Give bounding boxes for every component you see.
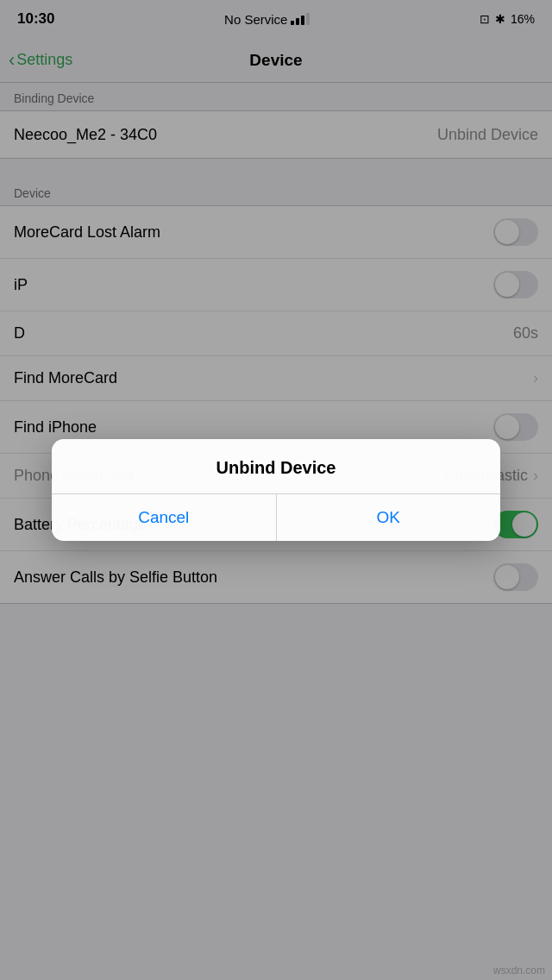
alert-buttons: Cancel OK [52,494,500,541]
modal-overlay: Unbind Device Cancel OK [0,0,552,980]
alert-title-area: Unbind Device [52,439,500,494]
alert-cancel-button[interactable]: Cancel [52,494,277,541]
alert-title: Unbind Device [216,458,336,477]
alert-ok-button[interactable]: OK [277,494,501,541]
alert-dialog: Unbind Device Cancel OK [52,439,500,541]
